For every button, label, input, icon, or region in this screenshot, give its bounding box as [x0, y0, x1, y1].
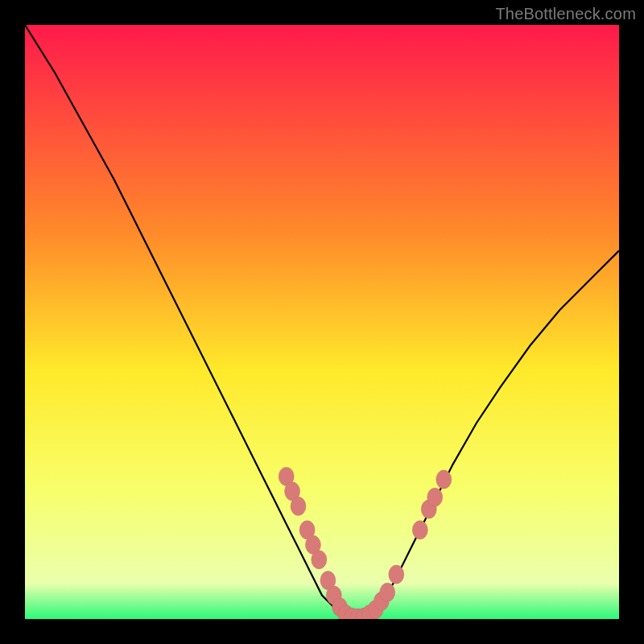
curve-marker [389, 565, 404, 584]
curve-marker [380, 583, 395, 601]
curve-marker [412, 521, 427, 539]
curve-marker [291, 497, 306, 515]
curve-marker [312, 551, 327, 569]
attribution-text: TheBottleneck.com [495, 5, 636, 23]
chart-frame: { "attribution": "TheBottleneck.com", "c… [0, 0, 644, 644]
curve-marker [436, 470, 452, 489]
gradient-background [25, 25, 619, 619]
bottleneck-chart [0, 0, 644, 644]
curve-marker [427, 488, 443, 506]
